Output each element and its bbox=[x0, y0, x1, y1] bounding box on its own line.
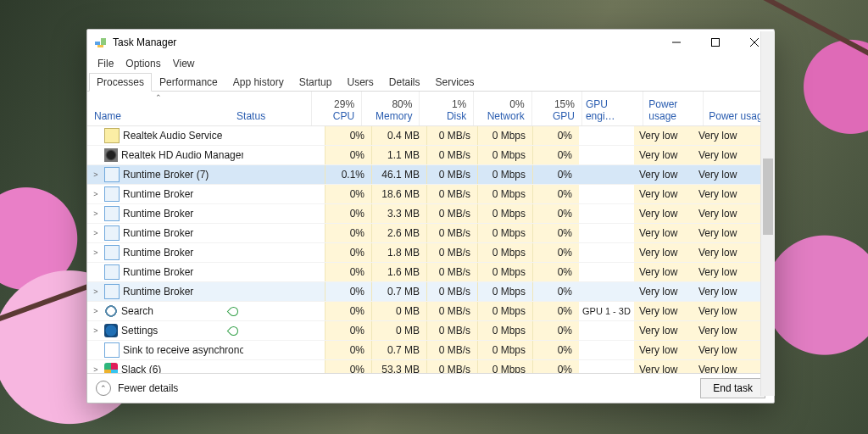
table-row[interactable]: Runtime Broker0%1.6 MB0 MB/s0 Mbps0%Very… bbox=[87, 263, 774, 282]
power-trend-cell: Very low bbox=[693, 126, 765, 145]
tab-services[interactable]: Services bbox=[428, 73, 482, 92]
table-row[interactable]: >Runtime Broker0%1.8 MB0 MB/s0 Mbps0%Ver… bbox=[87, 243, 774, 263]
chevron-up-icon[interactable]: ⌃ bbox=[96, 381, 111, 396]
expand-chevron-icon[interactable]: > bbox=[91, 307, 101, 315]
net-cell: 0 Mbps bbox=[477, 146, 532, 164]
table-row[interactable]: >Runtime Broker0%2.6 MB0 MB/s0 Mbps0%Ver… bbox=[87, 224, 774, 243]
window-title: Task Manager bbox=[113, 36, 176, 48]
expand-chevron-icon[interactable]: > bbox=[91, 248, 101, 257]
disk-cell: 0 MB/s bbox=[426, 126, 477, 145]
net-cell: 0 Mbps bbox=[477, 126, 532, 145]
cpu-cell: 0% bbox=[325, 224, 371, 242]
process-name: Settings bbox=[121, 325, 158, 337]
tab-app-history[interactable]: App history bbox=[225, 73, 292, 92]
table-row[interactable]: >Slack (6)0%53.3 MB0 MB/s0 Mbps0%Very lo… bbox=[87, 360, 774, 373]
cpu-cell: 0% bbox=[325, 263, 371, 281]
col-power-usage[interactable]: Power usage bbox=[643, 92, 703, 125]
power-trend-cell: Very low bbox=[693, 243, 765, 262]
status-cell bbox=[243, 302, 325, 320]
col-gpu-engine[interactable]: GPU engi… bbox=[581, 92, 643, 125]
cpu-cell: 0% bbox=[325, 341, 371, 359]
gpu-engine-cell bbox=[579, 360, 634, 373]
gpu-engine-cell bbox=[579, 165, 634, 184]
expand-chevron-icon[interactable]: > bbox=[91, 326, 101, 335]
process-name: Runtime Broker bbox=[123, 208, 193, 220]
mem-cell: 2.6 MB bbox=[371, 224, 426, 242]
tab-details[interactable]: Details bbox=[381, 73, 428, 92]
gpu-cell: 0% bbox=[532, 263, 579, 281]
tab-startup[interactable]: Startup bbox=[292, 73, 340, 92]
process-name: Runtime Broker bbox=[123, 247, 193, 259]
table-row[interactable]: Realtek Audio Service0%0.4 MB0 MB/s0 Mbp… bbox=[87, 126, 774, 146]
power-cell: Very low bbox=[634, 263, 693, 281]
gpu-cell: 0% bbox=[532, 146, 579, 164]
net-cell: 0 Mbps bbox=[477, 360, 532, 373]
status-cell bbox=[243, 224, 325, 242]
cpu-cell: 0% bbox=[325, 126, 371, 145]
col-status[interactable]: Status bbox=[236, 92, 311, 125]
status-cell bbox=[243, 360, 325, 373]
expand-chevron-icon[interactable]: > bbox=[91, 365, 101, 373]
expand-chevron-icon[interactable]: > bbox=[91, 209, 101, 218]
net-cell: 0 Mbps bbox=[477, 263, 532, 281]
table-row[interactable]: >Settings0%0 MB0 MB/s0 Mbps0%Very lowVer… bbox=[87, 321, 774, 341]
net-cell: 0 Mbps bbox=[477, 243, 532, 262]
gpu-cell: 0% bbox=[532, 341, 579, 359]
col-disk[interactable]: 1% Disk bbox=[419, 92, 473, 125]
menu-file[interactable]: File bbox=[92, 56, 119, 71]
fewer-details-link[interactable]: Fewer details bbox=[118, 382, 178, 394]
tab-performance[interactable]: Performance bbox=[152, 73, 225, 92]
gpu-engine-cell: GPU 1 - 3D bbox=[579, 302, 634, 320]
process-icon bbox=[104, 284, 120, 299]
table-row[interactable]: >Search0%0 MB0 MB/s0 Mbps0%GPU 1 - 3DVer… bbox=[87, 302, 774, 321]
table-row[interactable]: >Runtime Broker0%18.6 MB0 MB/s0 Mbps0%Ve… bbox=[87, 185, 774, 204]
title-bar[interactable]: Task Manager bbox=[87, 30, 774, 55]
gpu-cell: 0% bbox=[532, 282, 579, 301]
table-row[interactable]: Realtek HD Audio Manager0%1.1 MB0 MB/s0 … bbox=[87, 146, 774, 165]
process-name: Search bbox=[121, 305, 153, 317]
status-cell bbox=[243, 126, 325, 145]
expand-chevron-icon[interactable]: > bbox=[91, 190, 101, 198]
col-name[interactable]: ⌃ Name bbox=[87, 92, 236, 125]
menu-options[interactable]: Options bbox=[120, 56, 165, 71]
vertical-scrollbar[interactable] bbox=[760, 31, 775, 396]
expand-chevron-icon[interactable]: > bbox=[91, 170, 101, 179]
menu-view[interactable]: View bbox=[168, 56, 200, 71]
gpu-cell: 0% bbox=[532, 321, 579, 340]
table-row[interactable]: >Runtime Broker (7)0.1%46.1 MB0 MB/s0 Mb… bbox=[87, 165, 774, 185]
maximize-button[interactable] bbox=[696, 30, 735, 55]
task-manager-icon bbox=[94, 36, 108, 49]
expand-chevron-icon[interactable]: > bbox=[91, 229, 101, 237]
net-cell: 0 Mbps bbox=[477, 321, 532, 340]
process-name: Runtime Broker bbox=[123, 227, 193, 239]
process-name: Realtek HD Audio Manager bbox=[121, 149, 243, 161]
table-row[interactable]: >Runtime Broker0%0.7 MB0 MB/s0 Mbps0%Ver… bbox=[87, 282, 774, 302]
col-network[interactable]: 0% Network bbox=[473, 92, 531, 125]
table-row[interactable]: >Runtime Broker0%3.3 MB0 MB/s0 Mbps0%Ver… bbox=[87, 204, 774, 224]
power-cell: Very low bbox=[634, 341, 693, 359]
scrollbar-thumb[interactable] bbox=[763, 159, 773, 235]
process-icon bbox=[104, 245, 120, 260]
col-memory[interactable]: 80% Memory bbox=[361, 92, 419, 125]
tab-processes[interactable]: Processes bbox=[89, 73, 152, 92]
gpu-engine-cell bbox=[579, 321, 634, 340]
cpu-cell: 0% bbox=[325, 321, 371, 340]
table-row[interactable]: Sink to receive asynchronous ca…0%0.7 MB… bbox=[87, 341, 774, 360]
disk-cell: 0 MB/s bbox=[426, 263, 477, 281]
power-trend-cell: Very low bbox=[693, 341, 765, 359]
leaf-icon bbox=[227, 324, 241, 337]
expand-chevron-icon[interactable]: > bbox=[91, 287, 101, 296]
status-cell bbox=[243, 321, 325, 340]
col-gpu[interactable]: 15% GPU bbox=[531, 92, 581, 125]
gpu-cell: 0% bbox=[532, 243, 579, 262]
tab-users[interactable]: Users bbox=[339, 73, 381, 92]
end-task-button[interactable]: End task bbox=[700, 378, 765, 398]
cpu-cell: 0% bbox=[325, 360, 371, 373]
disk-cell: 0 MB/s bbox=[426, 165, 477, 184]
gpu-engine-cell bbox=[579, 185, 634, 203]
minimize-button[interactable] bbox=[657, 30, 696, 55]
col-cpu[interactable]: 29% CPU bbox=[311, 92, 361, 125]
process-icon bbox=[104, 264, 120, 280]
power-cell: Very low bbox=[634, 204, 693, 223]
cpu-cell: 0% bbox=[325, 282, 371, 301]
